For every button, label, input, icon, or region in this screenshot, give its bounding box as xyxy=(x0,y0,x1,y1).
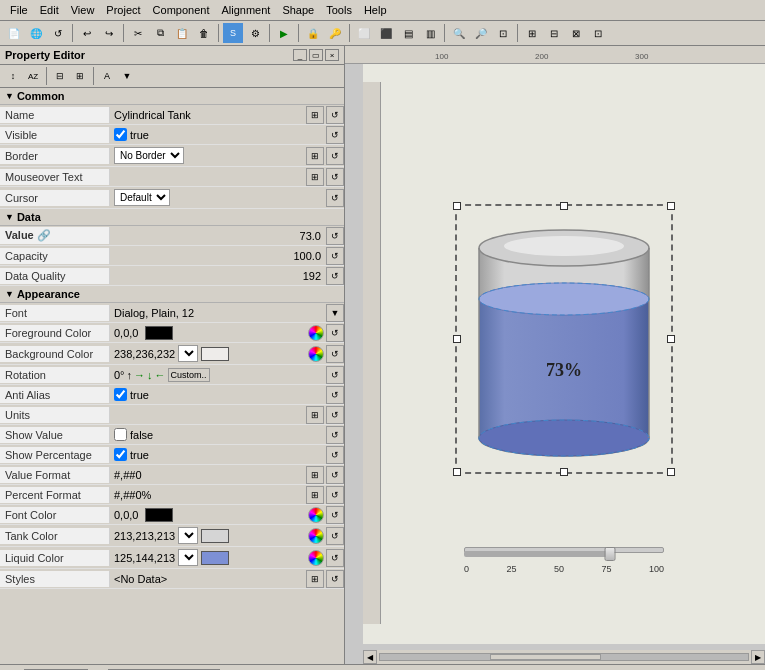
unlock-btn[interactable]: 🔑 xyxy=(325,23,345,43)
prop-restore-btn[interactable]: ▭ xyxy=(309,49,323,61)
section-data[interactable]: ▼ Data xyxy=(0,209,344,226)
fit-btn[interactable]: ⊡ xyxy=(493,23,513,43)
fg-color-wheel-btn[interactable] xyxy=(308,325,324,341)
prop-tb-filter-btn[interactable]: A xyxy=(98,67,116,85)
tools-btn[interactable]: ⚙ xyxy=(245,23,265,43)
pct-format-edit-btn[interactable]: ⊞ xyxy=(306,486,324,504)
liquid-color-wheel-btn[interactable] xyxy=(308,550,324,566)
name-reset-btn[interactable]: ↺ xyxy=(326,106,344,124)
border-select[interactable]: No Border xyxy=(114,147,184,164)
prop-tb-expand-btn[interactable]: ⊞ xyxy=(71,67,89,85)
font-color-box[interactable] xyxy=(145,508,173,522)
cursor-select[interactable]: Default xyxy=(114,189,170,206)
section-appearance[interactable]: ▼ Appearance xyxy=(0,286,344,303)
menu-edit[interactable]: Edit xyxy=(34,2,65,18)
antialias-reset-btn[interactable]: ↺ xyxy=(326,386,344,404)
scroll-thumb[interactable] xyxy=(490,654,600,660)
bg-color-wheel-btn[interactable] xyxy=(308,346,324,362)
rot-up-btn[interactable]: ↑ xyxy=(127,369,133,381)
prop-tb-az-btn[interactable]: AZ xyxy=(24,67,42,85)
liquid-color-box[interactable] xyxy=(201,551,229,565)
slider-thumb[interactable] xyxy=(605,547,616,561)
canvas-main[interactable]: 73% 0 25 50 75 100 xyxy=(363,64,765,644)
grid2-btn[interactable]: ⊟ xyxy=(544,23,564,43)
liquid-color-reset-btn[interactable]: ↺ xyxy=(326,549,344,567)
prop-minimize-btn[interactable]: _ xyxy=(293,49,307,61)
antialias-checkbox[interactable] xyxy=(114,388,127,401)
visible-reset-btn[interactable]: ↺ xyxy=(326,126,344,144)
menu-project[interactable]: Project xyxy=(100,2,146,18)
align4-btn[interactable]: ▥ xyxy=(420,23,440,43)
rot-left-btn[interactable]: ← xyxy=(155,369,166,381)
lock-btn[interactable]: 🔒 xyxy=(303,23,323,43)
border-reset-btn[interactable]: ↺ xyxy=(326,147,344,165)
handle-bl[interactable] xyxy=(453,468,461,476)
dq-reset-btn[interactable]: ↺ xyxy=(326,267,344,285)
handle-tc[interactable] xyxy=(560,202,568,210)
fg-color-reset-btn[interactable]: ↺ xyxy=(326,324,344,342)
menu-shape[interactable]: Shape xyxy=(276,2,320,18)
save-btn[interactable]: S xyxy=(223,23,243,43)
appearance-toggle[interactable]: ▼ xyxy=(5,289,14,299)
handle-ml[interactable] xyxy=(453,335,461,343)
cut-btn[interactable]: ✂ xyxy=(128,23,148,43)
font-color-reset-btn[interactable]: ↺ xyxy=(326,506,344,524)
handle-tl[interactable] xyxy=(453,202,461,210)
styles-edit-btn[interactable]: ⊞ xyxy=(306,570,324,588)
data-toggle[interactable]: ▼ xyxy=(5,212,14,222)
prop-tb-more-btn[interactable]: ▼ xyxy=(118,67,136,85)
value-reset-btn[interactable]: ↺ xyxy=(326,227,344,245)
font-color-wheel-btn[interactable] xyxy=(308,507,324,523)
mouseover-reset-btn[interactable]: ↺ xyxy=(326,168,344,186)
font-dropdown-btn[interactable]: ▼ xyxy=(326,304,344,322)
handle-mr[interactable] xyxy=(667,335,675,343)
rotation-reset-btn[interactable]: ↺ xyxy=(326,366,344,384)
handle-bc[interactable] xyxy=(560,468,568,476)
copy-btn[interactable]: ⧉ xyxy=(150,23,170,43)
grid4-btn[interactable]: ⊡ xyxy=(588,23,608,43)
handle-br[interactable] xyxy=(667,468,675,476)
bg-color-reset-btn[interactable]: ↺ xyxy=(326,345,344,363)
bg-color-box[interactable] xyxy=(201,347,229,361)
menu-tools[interactable]: Tools xyxy=(320,2,358,18)
liquid-color-select[interactable]: ▼ xyxy=(178,549,198,566)
bg-color-select[interactable]: ▼ xyxy=(178,345,198,362)
show-value-checkbox[interactable] xyxy=(114,428,127,441)
section-common[interactable]: ▼ Common xyxy=(0,88,344,105)
align2-btn[interactable]: ⬛ xyxy=(376,23,396,43)
rot-down-btn[interactable]: ↓ xyxy=(147,369,153,381)
value-format-reset-btn[interactable]: ↺ xyxy=(326,466,344,484)
capacity-reset-btn[interactable]: ↺ xyxy=(326,247,344,265)
styles-reset-btn[interactable]: ↺ xyxy=(326,570,344,588)
align1-btn[interactable]: ⬜ xyxy=(354,23,374,43)
menu-help[interactable]: Help xyxy=(358,2,393,18)
scroll-right-btn[interactable]: ▶ xyxy=(751,650,765,664)
delete-btn[interactable]: 🗑 xyxy=(194,23,214,43)
tank-color-reset-btn[interactable]: ↺ xyxy=(326,527,344,545)
visible-checkbox[interactable] xyxy=(114,128,127,141)
zoom-out-btn[interactable]: 🔎 xyxy=(471,23,491,43)
show-pct-reset-btn[interactable]: ↺ xyxy=(326,446,344,464)
prop-tb-sort-btn[interactable]: ↕ xyxy=(4,67,22,85)
common-toggle[interactable]: ▼ xyxy=(5,91,14,101)
zoom-in-btn[interactable]: 🔍 xyxy=(449,23,469,43)
mouseover-edit-btn[interactable]: ⊞ xyxy=(306,168,324,186)
show-pct-checkbox[interactable] xyxy=(114,448,127,461)
menu-component[interactable]: Component xyxy=(147,2,216,18)
value-format-edit-btn[interactable]: ⊞ xyxy=(306,466,324,484)
tank-color-select[interactable]: ▼ xyxy=(178,527,198,544)
tank-color-box[interactable] xyxy=(201,529,229,543)
prop-close-btn[interactable]: × xyxy=(325,49,339,61)
undo-btn[interactable]: ↩ xyxy=(77,23,97,43)
menu-view[interactable]: View xyxy=(65,2,101,18)
cursor-reset-btn[interactable]: ↺ xyxy=(326,189,344,207)
handle-tr[interactable] xyxy=(667,202,675,210)
new-btn[interactable]: 📄 xyxy=(4,23,24,43)
prop-tb-collapse-btn[interactable]: ⊟ xyxy=(51,67,69,85)
custom-btn[interactable]: Custom.. xyxy=(168,368,210,382)
fg-color-box[interactable] xyxy=(145,326,173,340)
align3-btn[interactable]: ▤ xyxy=(398,23,418,43)
scroll-left-btn[interactable]: ◀ xyxy=(363,650,377,664)
rot-right-btn[interactable]: → xyxy=(134,369,145,381)
refresh-btn[interactable]: ↺ xyxy=(48,23,68,43)
